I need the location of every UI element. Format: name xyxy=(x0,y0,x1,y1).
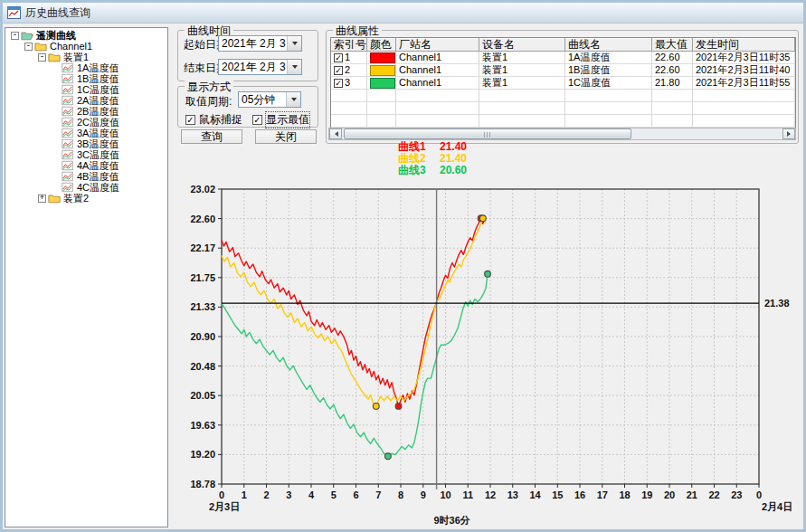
table-cell xyxy=(396,90,479,102)
window: 历史曲线查询 ✕ -遥测曲线-Channel1-装置11A温度值1B温度值1C温… xyxy=(0,0,806,532)
start-date-dropdown-button[interactable] xyxy=(287,36,301,51)
y-axis-tick-label: 18.78 xyxy=(190,479,215,489)
collapse-icon[interactable]: - xyxy=(11,32,19,40)
tree-item-3B温度值[interactable]: 3B温度值 xyxy=(5,138,167,149)
row-checkbox[interactable] xyxy=(334,53,343,62)
tree-item-1B温度值[interactable]: 1B温度值 xyxy=(5,73,167,84)
end-date-dropdown-button[interactable] xyxy=(287,60,301,74)
table-cell xyxy=(367,115,396,128)
tree-item-装置2[interactable]: +装置2 xyxy=(5,193,167,204)
tree-item-label: 装置1 xyxy=(63,52,89,62)
color-swatch xyxy=(370,65,395,76)
table-cell xyxy=(652,90,693,102)
tree-item-4C温度值[interactable]: 4C温度值 xyxy=(5,182,167,193)
tree-item-2A温度值[interactable]: 2A温度值 xyxy=(5,95,167,106)
x-axis-tick-label: 11 xyxy=(462,489,473,500)
table-cell: 2021年2月3日11时35 xyxy=(693,52,795,64)
tree-item-装置1[interactable]: -装置1 xyxy=(5,52,167,62)
x-axis-tick-label: 5 xyxy=(331,489,337,500)
tree-item-4B温度值[interactable]: 4B温度值 xyxy=(5,171,167,182)
tree-item-1C温度值[interactable]: 1C温度值 xyxy=(5,84,167,95)
color-swatch xyxy=(370,78,395,89)
table-header-cell[interactable]: 最大值 xyxy=(652,38,693,52)
collapse-icon[interactable]: - xyxy=(24,43,33,51)
table-header-cell[interactable]: 厂站名 xyxy=(396,38,479,52)
tree-item-2B温度值[interactable]: 2B温度值 xyxy=(5,106,167,117)
table-header-cell[interactable]: 索引号 xyxy=(331,38,367,52)
end-date-combo[interactable]: 2021年 2月 3 xyxy=(218,59,302,75)
row-checkbox[interactable] xyxy=(334,66,343,75)
table-cell: Channel1 xyxy=(396,64,479,77)
cursor-time-label: 9时36分 xyxy=(433,515,469,526)
table-cell: Channel1 xyxy=(396,52,479,64)
table-row[interactable]: 2Channel1装置11B温度值22.602021年2月3日11时40 xyxy=(331,64,795,77)
table-cell: Channel1 xyxy=(396,77,479,90)
table-row[interactable]: 3Channel1装置11C温度值21.802021年2月3日11时55 xyxy=(331,77,795,90)
x-axis-tick-label: 2 xyxy=(263,489,269,500)
folder-icon xyxy=(48,52,61,62)
show-extremes-checkbox[interactable]: 显示最值 xyxy=(252,112,309,128)
tree-item-label: 1A温度值 xyxy=(77,62,119,73)
tree-item-label: 2A温度值 xyxy=(77,95,119,106)
tree-item-2C温度值[interactable]: 2C温度值 xyxy=(5,117,167,128)
y-axis-tick-label: 20.05 xyxy=(190,390,215,401)
table-cell xyxy=(652,115,693,128)
y-axis-tick-label: 22.17 xyxy=(190,242,215,253)
x-axis-tick-label: 1 xyxy=(242,489,247,500)
table-cell: 2021年2月3日11时40 xyxy=(693,64,795,77)
chart-icon xyxy=(62,106,74,117)
x-axis-date-end: 2月4日 xyxy=(762,501,792,512)
table-header-cell[interactable]: 发生时间 xyxy=(693,38,795,52)
window-title: 历史曲线查询 xyxy=(25,5,90,21)
table-row[interactable] xyxy=(331,115,795,128)
table-row[interactable]: 1Channel1装置11A温度值22.602021年2月3日11时35 xyxy=(331,52,795,64)
x-axis-tick-label: 19 xyxy=(641,489,652,500)
tree-item-label: 4C温度值 xyxy=(77,182,119,193)
table-cell: 2021年2月3日11时55 xyxy=(693,77,795,90)
telemetry-tree-panel[interactable]: -遥测曲线-Channel1-装置11A温度值1B温度值1C温度值2A温度值2B… xyxy=(5,27,168,527)
sample-period-dropdown-button[interactable] xyxy=(286,92,300,107)
table-header-cell[interactable]: 曲线名 xyxy=(565,38,652,52)
start-date-combo[interactable]: 2021年 2月 3 xyxy=(218,35,302,52)
trend-chart[interactable]: 23.0222.6022.1721.7521.3320.9020.4820.05… xyxy=(172,136,805,530)
y-axis-tick-label: 21.33 xyxy=(190,301,215,312)
chart-icon xyxy=(62,171,74,182)
table-header-cell[interactable]: 颜色 xyxy=(367,38,396,52)
folder-icon xyxy=(34,41,47,52)
tree-item-label: 4B温度值 xyxy=(77,171,119,182)
table-cell xyxy=(331,90,367,102)
table-header-cell[interactable]: 设备名 xyxy=(479,38,565,52)
table-cell xyxy=(479,115,565,128)
tree-item-label: 1C温度值 xyxy=(77,84,119,95)
table-cell: 3 xyxy=(331,77,367,90)
tree-item-3C温度值[interactable]: 3C温度值 xyxy=(5,149,167,160)
sample-period-combo[interactable]: 05分钟 xyxy=(238,91,301,108)
mouse-snap-checkbox[interactable]: 鼠标捕捉 xyxy=(185,112,242,128)
table-cell: 装置1 xyxy=(479,52,565,64)
chart-icon xyxy=(62,149,74,160)
table-cell: 1B温度值 xyxy=(565,64,652,77)
table-cell: 22.60 xyxy=(652,64,693,77)
tree-item-4A温度值[interactable]: 4A温度值 xyxy=(5,160,167,171)
expand-icon[interactable]: + xyxy=(38,195,46,203)
table-row[interactable] xyxy=(331,102,795,115)
tree-item-3A温度值[interactable]: 3A温度值 xyxy=(5,128,167,138)
collapse-icon[interactable]: - xyxy=(38,53,46,62)
group-display-mode-title: 显示方式 xyxy=(185,80,233,95)
chart-icon xyxy=(62,95,74,106)
row-checkbox[interactable] xyxy=(334,79,343,88)
tree-item-Channel1[interactable]: -Channel1 xyxy=(5,41,167,52)
app-icon xyxy=(7,6,21,19)
table-row[interactable] xyxy=(331,90,795,102)
tree-item-1A温度值[interactable]: 1A温度值 xyxy=(5,62,167,73)
table-cell: 1A温度值 xyxy=(565,52,652,64)
tree-item-遥测曲线[interactable]: -遥测曲线 xyxy=(5,30,167,41)
checkbox-checked-icon xyxy=(252,115,262,125)
table-cell xyxy=(331,102,367,115)
table-cell: 装置1 xyxy=(479,64,565,77)
folder-icon xyxy=(48,193,61,204)
table-cell xyxy=(367,90,396,102)
sample-period-label: 取值周期: xyxy=(185,94,232,109)
curve-table[interactable]: 索引号颜色厂站名设备名曲线名最大值发生时间1Channel1装置11A温度值22… xyxy=(330,37,796,128)
table-cell xyxy=(565,115,652,128)
